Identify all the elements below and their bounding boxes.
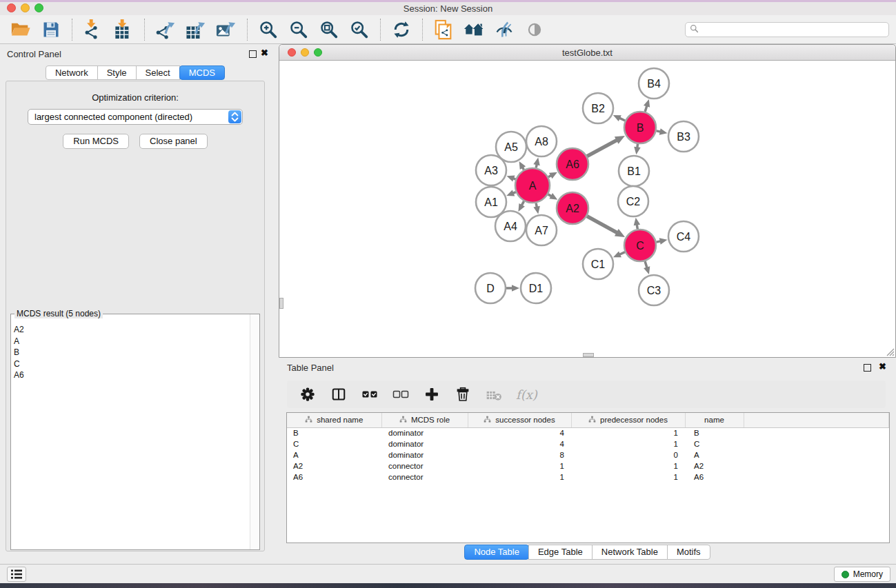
float-panel-icon[interactable]	[249, 50, 257, 58]
tab-motifs[interactable]: Motifs	[667, 545, 710, 560]
column-header-name[interactable]: name	[685, 413, 744, 427]
table-cell[interactable]: 1	[468, 460, 571, 472]
column-header-predecessor-nodes[interactable]: predecessor nodes	[571, 413, 685, 427]
result-item[interactable]: C	[14, 358, 250, 370]
close-panel-button[interactable]: Close panel	[139, 134, 208, 149]
export-table-icon[interactable]	[185, 19, 207, 41]
table-row[interactable]: Bdominator41B	[287, 427, 889, 438]
close-panel-icon[interactable]: ✖	[261, 48, 268, 58]
hide-graphics-details-icon[interactable]	[493, 19, 515, 41]
export-image-icon[interactable]	[215, 19, 237, 41]
table-cell[interactable]: B	[685, 427, 744, 438]
table-row[interactable]: A6connector11A6	[287, 472, 889, 483]
resize-grip-icon[interactable]	[885, 347, 895, 356]
column-header-shared-name[interactable]: shared name	[287, 413, 381, 427]
task-history-button[interactable]	[7, 567, 26, 582]
show-columns-icon[interactable]	[361, 385, 379, 403]
table-cell[interactable]: B	[287, 427, 381, 438]
result-item[interactable]: A6	[14, 369, 250, 381]
table-cell[interactable]: A6	[685, 472, 744, 483]
table-cell[interactable]: 4	[468, 438, 571, 449]
graph-edge-A6-B[interactable]	[587, 140, 617, 156]
column-header-mcds-role[interactable]: MCDS role	[381, 413, 468, 427]
table-cell[interactable]: A2	[287, 460, 381, 472]
result-item[interactable]: A2	[14, 324, 250, 336]
table-row[interactable]: Adominator80A	[287, 449, 889, 460]
table-cell[interactable]: A2	[685, 460, 744, 472]
graph-edge-A-A4[interactable]	[521, 201, 524, 205]
zoom-in-icon[interactable]	[257, 19, 279, 41]
show-graphics-details-icon[interactable]	[524, 19, 546, 41]
table-cell[interactable]: A	[685, 449, 744, 460]
table-cell[interactable]: A	[287, 449, 381, 460]
column-layout-icon[interactable]	[330, 385, 348, 403]
graph-edge-B-B4[interactable]	[645, 105, 647, 112]
app-title: Session: New Session	[0, 3, 896, 14]
tab-select[interactable]: Select	[136, 65, 180, 80]
network-canvas[interactable]: B4B2BB3A8A5A6A3B1AC2A1A2A4A7C4CC1C3DD1	[279, 61, 895, 357]
table-cell[interactable]: 8	[468, 449, 571, 460]
column-header-successor-nodes[interactable]: successor nodes	[468, 413, 571, 427]
new-network-from-file-icon[interactable]	[432, 19, 455, 41]
table-cell[interactable]: A6	[287, 472, 381, 483]
import-network-icon[interactable]	[82, 19, 104, 41]
save-session-icon[interactable]	[40, 19, 62, 41]
table-float-panel-icon[interactable]	[864, 364, 871, 372]
table-cell[interactable]: dominator	[381, 427, 468, 438]
tab-edge-table[interactable]: Edge Table	[528, 545, 593, 560]
table-cell[interactable]: 1	[468, 472, 571, 483]
graph-edge-B-B2[interactable]	[619, 118, 625, 121]
table-cell[interactable]: C	[287, 438, 381, 449]
graph-edge-C-C2[interactable]	[637, 225, 637, 230]
graph-edge-A2-C[interactable]	[587, 216, 617, 233]
zoom-out-icon[interactable]	[288, 19, 310, 41]
tab-network[interactable]: Network	[46, 65, 98, 80]
tab-mcds[interactable]: MCDS	[179, 65, 225, 80]
canvas-horizontal-scroll-thumb[interactable]	[583, 353, 594, 357]
table-row[interactable]: Cdominator41C	[287, 438, 889, 449]
table-cell[interactable]: dominator	[381, 449, 468, 460]
table-cell[interactable]: 0	[571, 449, 685, 460]
run-mcds-button[interactable]: Run MCDS	[63, 134, 129, 149]
table-cell-filler	[744, 460, 889, 472]
result-scrollbar[interactable]	[250, 314, 259, 549]
table-cell-filler	[744, 449, 889, 460]
table-close-panel-icon[interactable]: ✖	[879, 361, 886, 372]
result-item[interactable]: A	[14, 336, 250, 347]
open-folder-icon[interactable]	[10, 19, 32, 41]
refresh-icon[interactable]	[390, 19, 412, 41]
table-cell[interactable]: 1	[571, 460, 685, 472]
table-cell[interactable]: dominator	[381, 438, 468, 449]
graph-edge-C-C1[interactable]	[619, 252, 625, 255]
edge-arrowhead-icon	[533, 206, 539, 214]
graph-edge-C-C3[interactable]	[645, 261, 647, 268]
table-row[interactable]: A2connector11A2	[287, 460, 889, 472]
search-field[interactable]	[685, 22, 889, 37]
select-stepper-icon	[228, 110, 241, 123]
gear-icon[interactable]	[299, 385, 317, 403]
search-input[interactable]	[702, 25, 884, 34]
table-cell[interactable]: connector	[381, 472, 468, 483]
canvas-vertical-scroll-thumb[interactable]	[279, 298, 283, 309]
table-cell[interactable]: 1	[571, 427, 685, 438]
criterion-select[interactable]: largest connected component (directed)	[28, 109, 243, 125]
delete-column-icon[interactable]	[454, 385, 472, 403]
export-network-icon[interactable]	[155, 19, 177, 41]
table-panel: Table Panel ✖ f(x) shared nameMCDS roles…	[279, 358, 896, 564]
tab-node-table[interactable]: Node Table	[464, 545, 529, 560]
hide-columns-icon[interactable]	[392, 385, 410, 403]
zoom-selected-icon[interactable]	[348, 19, 370, 41]
table-cell[interactable]: 4	[468, 427, 571, 438]
tab-style[interactable]: Style	[97, 65, 137, 80]
table-cell[interactable]: 1	[571, 472, 685, 483]
tab-network-table[interactable]: Network Table	[592, 545, 668, 560]
memory-button[interactable]: Memory	[834, 567, 890, 582]
import-table-icon[interactable]	[112, 19, 135, 41]
table-cell[interactable]: C	[685, 438, 744, 449]
table-cell[interactable]: 1	[571, 438, 685, 449]
zoom-fit-icon[interactable]	[318, 19, 340, 41]
add-column-icon[interactable]	[423, 385, 441, 403]
result-item[interactable]: B	[14, 347, 250, 358]
table-cell[interactable]: connector	[381, 460, 468, 472]
home-icon[interactable]	[463, 19, 485, 41]
